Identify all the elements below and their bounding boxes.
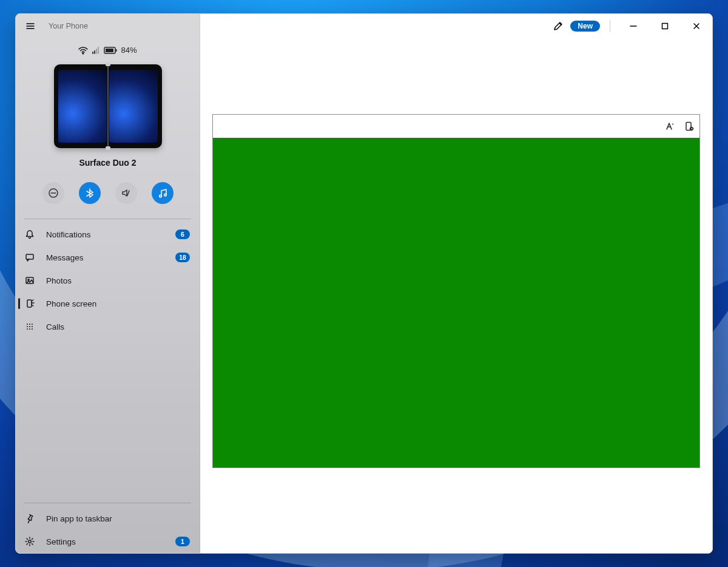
device-screen-left	[58, 70, 107, 143]
dialpad-icon	[24, 322, 35, 331]
nav-list: Notifications 6 Messages 18 Photos	[16, 223, 200, 338]
nav-photos-label: Photos	[46, 276, 72, 285]
nav-messages-label: Messages	[46, 253, 84, 262]
device-image	[54, 64, 162, 148]
mirror-text-action-button[interactable]	[663, 120, 676, 133]
mirror-device-settings-button[interactable]	[682, 120, 696, 133]
device-status-row: 84%	[16, 46, 200, 55]
nav-calls[interactable]: Calls	[16, 315, 200, 338]
music-icon	[157, 188, 168, 199]
nav-messages[interactable]: Messages 18	[16, 246, 200, 269]
svg-rect-2	[106, 49, 113, 52]
battery-icon	[104, 47, 117, 54]
nav-photos[interactable]: Photos	[16, 269, 200, 292]
close-icon	[693, 22, 700, 30]
svg-rect-3	[116, 49, 117, 52]
quick-actions-row	[16, 182, 200, 204]
wifi-icon	[78, 46, 88, 55]
svg-rect-21	[662, 24, 668, 29]
titlebar-left: Your Phone	[16, 14, 200, 38]
bell-icon	[24, 229, 35, 239]
svg-point-6	[164, 194, 166, 196]
chat-icon	[24, 253, 35, 262]
pin-app-label: Pin app to taskbar	[46, 514, 112, 523]
svg-point-19	[32, 328, 33, 330]
svg-point-17	[27, 328, 28, 330]
svg-rect-7	[26, 254, 33, 259]
svg-point-11	[27, 324, 28, 325]
window-maximize-button[interactable]	[652, 17, 678, 35]
device-name-label: Surface Duo 2	[16, 158, 200, 168]
battery-label: 84%	[121, 46, 136, 55]
minimize-icon	[630, 22, 637, 30]
dnd-icon	[48, 188, 59, 199]
sidebar: Your Phone 84% Surface Duo 2	[16, 14, 200, 553]
svg-point-18	[29, 328, 30, 330]
app-title: Your Phone	[49, 22, 88, 30]
mirror-toolbar	[213, 115, 699, 138]
nav-phone-screen[interactable]: Phone screen	[16, 292, 200, 315]
sidebar-spacer	[16, 338, 200, 488]
svg-point-16	[32, 326, 33, 327]
mute-button[interactable]	[115, 182, 137, 204]
header-separator	[610, 20, 610, 32]
settings-label: Settings	[46, 537, 76, 546]
device-hinge	[107, 64, 109, 148]
pin-icon	[24, 514, 35, 523]
nav-notifications-label: Notifications	[46, 230, 91, 239]
nav-calls-label: Calls	[46, 322, 64, 331]
bluetooth-icon	[84, 188, 95, 199]
text-sparkle-icon	[665, 121, 675, 131]
app-window: Your Phone 84% Surface Duo 2	[15, 13, 713, 554]
footer-list: Pin app to taskbar Settings 1	[16, 507, 200, 553]
svg-point-9	[28, 279, 29, 280]
dnd-button[interactable]	[42, 182, 64, 204]
window-close-button[interactable]	[683, 17, 710, 35]
signal-icon	[92, 46, 100, 55]
maximize-icon	[661, 22, 669, 30]
svg-point-14	[27, 326, 28, 327]
phone-mirror-surface[interactable]	[213, 138, 699, 467]
titlebar-right: New	[200, 14, 712, 38]
nav-phone-screen-label: Phone screen	[46, 299, 96, 308]
settings-button[interactable]: Settings 1	[16, 530, 200, 553]
svg-point-5	[159, 195, 161, 197]
main-pane: New	[200, 14, 712, 553]
svg-point-0	[83, 53, 84, 54]
svg-point-12	[29, 324, 30, 325]
phone-mirror-frame	[212, 114, 700, 468]
device-preview[interactable]	[16, 64, 200, 148]
svg-point-13	[32, 324, 33, 325]
device-screen-right	[109, 70, 158, 143]
settings-badge: 1	[175, 537, 190, 546]
whats-new-icon[interactable]	[551, 19, 565, 33]
speaker-muted-icon	[121, 188, 132, 199]
nav-notifications[interactable]: Notifications 6	[16, 223, 200, 246]
window-minimize-button[interactable]	[620, 17, 647, 35]
bluetooth-button[interactable]	[79, 182, 101, 204]
svg-rect-10	[27, 300, 32, 307]
new-pill[interactable]: New	[570, 21, 600, 32]
photo-icon	[24, 276, 35, 285]
svg-point-15	[29, 326, 30, 327]
nav-notifications-badge: 6	[175, 229, 190, 239]
sidebar-divider-top	[24, 219, 191, 219]
pin-app-button[interactable]: Pin app to taskbar	[16, 507, 200, 530]
hamburger-button[interactable]	[21, 16, 40, 36]
content-area	[200, 38, 712, 553]
nav-messages-badge: 18	[175, 253, 190, 262]
gear-icon	[24, 537, 35, 546]
phone-mirror-icon	[24, 299, 35, 308]
phone-gear-icon	[684, 121, 694, 131]
music-button[interactable]	[152, 182, 174, 204]
svg-point-20	[29, 540, 31, 543]
sidebar-divider-bottom	[24, 503, 191, 503]
